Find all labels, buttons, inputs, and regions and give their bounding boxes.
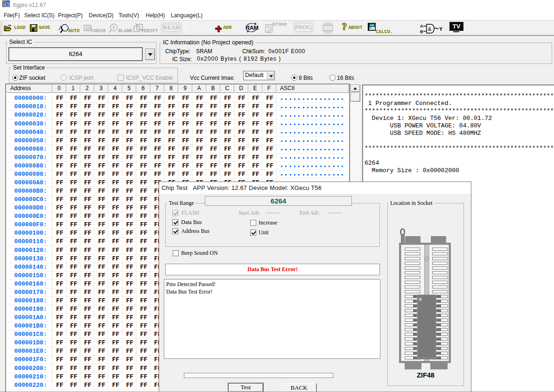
svg-text:A: A — [59, 24, 63, 31]
svg-text:Y: Y — [439, 26, 442, 32]
svg-text:&: & — [428, 26, 432, 32]
svg-text:A: A — [420, 24, 423, 28]
svg-text:4D: 4D — [85, 26, 91, 31]
svg-text:B: B — [420, 29, 423, 34]
svg-text:RAM: RAM — [245, 25, 259, 31]
svg-text:F: F — [112, 25, 116, 30]
svg-text:ZIF48: ZIF48 — [417, 371, 435, 379]
